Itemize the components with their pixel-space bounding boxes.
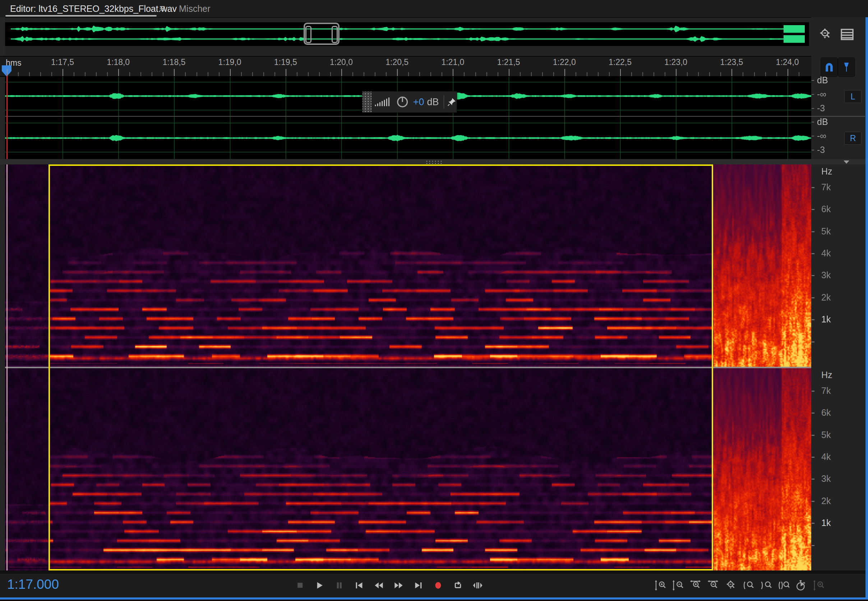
display-list-icon[interactable] [840, 28, 854, 41]
freq-scale-tick [811, 412, 815, 413]
gain-knob[interactable] [396, 94, 409, 110]
db-scale-label: -3 [817, 103, 825, 113]
marker-button[interactable] [838, 58, 855, 77]
db-scale-label: -∞ [817, 131, 826, 141]
zoom-to-selection-button[interactable] [776, 576, 791, 594]
left-gutter [0, 17, 5, 570]
timed-record-button[interactable] [794, 576, 809, 594]
ruler-time-label: 1:20,5 [385, 58, 408, 67]
ruler-tick [364, 72, 364, 76]
zoom-in-vertical-button[interactable] [653, 576, 668, 594]
record-button[interactable] [430, 576, 446, 594]
fast-forward-button[interactable] [390, 576, 407, 594]
record-icon [433, 580, 443, 590]
freq-scale-label: 1k [821, 314, 831, 325]
ruler-tick [219, 72, 220, 76]
panel-focus-border-right [865, 17, 868, 599]
window-edge [0, 599, 868, 601]
db-scale-label: dB [817, 75, 828, 85]
tab-mixer[interactable]: Mischer [179, 4, 211, 14]
skip-to-start-button[interactable] [351, 576, 368, 594]
navigate-zoom-glyph [818, 27, 832, 42]
stop-icon [295, 580, 306, 590]
footer-separator [0, 570, 868, 574]
rewind-button[interactable] [371, 576, 387, 594]
snap-magnet-icon [823, 61, 835, 73]
db-scale-tick [811, 122, 814, 122]
freq-scale-tick [811, 390, 815, 392]
gain-unit: dB [427, 96, 439, 108]
navigator-left-handle[interactable] [306, 26, 312, 43]
channel-separator[interactable] [5, 116, 865, 117]
snap-toggle-button[interactable] [821, 58, 838, 77]
ruler-tick [598, 72, 599, 76]
channel-l-button[interactable]: L [844, 90, 862, 103]
playhead-line-waveform[interactable] [6, 73, 8, 159]
loop-playback-icon [453, 580, 463, 590]
freq-scale-label: 5k [821, 226, 831, 236]
zoom-toolbar [653, 575, 826, 595]
zoom-navigator-box[interactable] [304, 23, 339, 45]
ruler-tick [486, 72, 487, 76]
skip-to-end-button[interactable] [410, 576, 426, 594]
loop-playback-button[interactable] [449, 576, 466, 594]
zoom-in-horizontal-button[interactable] [688, 576, 703, 594]
ruler-tick [642, 72, 643, 76]
ruler-time-label: 1:19,0 [219, 58, 241, 67]
zoom-out-horizontal-button[interactable] [705, 576, 720, 594]
ruler-tick [665, 72, 665, 76]
drag-handle[interactable] [362, 92, 371, 112]
ruler-tick [353, 72, 353, 76]
zoom-in-vertical-alt-button[interactable] [811, 576, 826, 594]
splitter-grip[interactable] [425, 160, 443, 164]
pause-button[interactable] [331, 576, 348, 594]
ruler-tick [51, 72, 52, 76]
freq-scale-label: 3k [821, 474, 831, 484]
level-bars-icon [374, 95, 393, 109]
ruler-tick [687, 72, 688, 76]
ruler-tick [63, 69, 63, 76]
gain-value[interactable]: +0 [413, 96, 424, 108]
skip-selection-button[interactable] [469, 576, 486, 594]
hud-gain-panel[interactable]: +0 dB [362, 91, 457, 113]
db-scale-label: dB [817, 117, 828, 127]
freq-scale-label: 2k [821, 496, 831, 506]
freq-scale-tick [811, 253, 815, 254]
navigator-right-handle[interactable] [332, 26, 338, 43]
ruler-tick [107, 72, 108, 76]
ruler-time-label: 1:23,5 [720, 58, 743, 67]
ruler-tick [498, 72, 498, 76]
ruler-tick [720, 72, 721, 76]
waveform-display[interactable] [5, 77, 811, 159]
pin-icon[interactable] [447, 96, 457, 108]
freq-scale-label: 4k [821, 452, 831, 462]
ruler-time-label: 1:21,5 [497, 58, 520, 67]
ruler-tick [73, 72, 74, 76]
freq-scale-label: 6k [821, 407, 831, 418]
ruler-tick [520, 72, 521, 76]
navigate-zoom-icon[interactable] [818, 27, 832, 42]
stop-button[interactable] [292, 576, 308, 594]
playhead-line-spectral[interactable] [6, 165, 8, 570]
zoom-out-vertical-button[interactable] [670, 576, 685, 594]
channel-r-button[interactable]: R [844, 132, 862, 145]
freq-scale-label: 4k [821, 248, 831, 258]
panel-menu-icon[interactable]: ≡ [159, 3, 165, 14]
play-button[interactable] [312, 576, 328, 594]
freq-scale-tick [811, 523, 815, 524]
ruler-time-label: 1:17,5 [51, 58, 74, 67]
tab-editor[interactable]: Editor: ltv16_STEREO_32kbps_Float.wav [10, 4, 177, 14]
audio-editor-window: Editor: ltv16_STEREO_32kbps_Float.wav ≡ … [0, 0, 868, 601]
time-display[interactable]: 1:17.000 [7, 577, 59, 592]
zoom-reset-button[interactable] [723, 576, 738, 594]
zoom-out-vertical-icon [672, 580, 684, 591]
zoom-to-in-point-button[interactable] [741, 576, 756, 594]
ruler-tick [408, 72, 409, 76]
freq-scale-tick [811, 457, 815, 458]
freq-scale-label: 3k [821, 270, 831, 281]
file-overview-waveform[interactable] [5, 22, 809, 46]
ruler-tick [587, 72, 587, 76]
zoom-to-out-point-button[interactable] [758, 576, 773, 594]
spectral-selection[interactable] [49, 165, 713, 570]
ruler-tick [776, 72, 777, 76]
